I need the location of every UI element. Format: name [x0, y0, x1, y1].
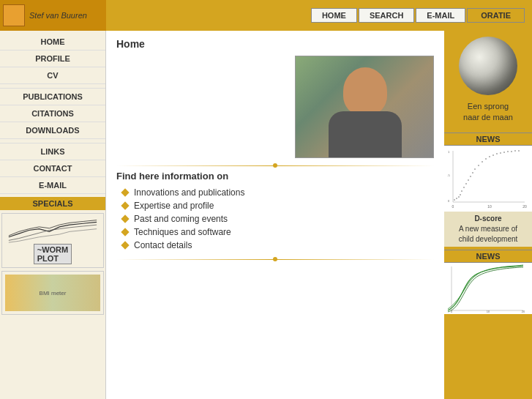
news-section-2: NEWS 0 10 20	[444, 250, 532, 314]
photo-person-head	[343, 67, 387, 115]
logo-area: Stef van Buuren	[0, 0, 106, 31]
sidebar-specials-label: SPECIALS	[0, 197, 105, 210]
svg-point-8	[463, 187, 465, 188]
bottom-divider	[116, 259, 434, 260]
find-item-5: Contact details	[134, 240, 192, 250]
dscore-svg: 0 10 20 0 .5 1	[446, 147, 528, 210]
find-list: Innovations and publications Expertise a…	[116, 187, 434, 250]
page-title: Home	[116, 38, 434, 50]
top-divider	[116, 165, 434, 166]
svg-point-21	[503, 152, 505, 153]
svg-point-10	[468, 179, 469, 181]
news-header-1: NEWS	[444, 133, 532, 146]
list-item: Contact details	[122, 240, 434, 250]
svg-point-14	[478, 165, 479, 166]
bullet-icon	[121, 215, 129, 223]
green-chart: 0 10 20	[444, 263, 532, 314]
bullet-icon	[121, 241, 129, 249]
svg-text:10: 10	[487, 310, 490, 313]
divider-dot	[273, 163, 277, 168]
svg-point-9	[465, 183, 467, 184]
top-navigation: HOME SEARCH E-MAIL ORATIE	[106, 8, 532, 23]
svg-point-7	[461, 190, 462, 192]
intro-text-area	[116, 56, 288, 158]
wormplot-chart	[5, 217, 100, 244]
sidebar-item-cv[interactable]: CV	[0, 67, 105, 84]
news-header-2: NEWS	[444, 250, 532, 263]
svg-text:20: 20	[522, 204, 527, 209]
list-item: Past and coming events	[122, 214, 434, 224]
sidebar-item-citations[interactable]: CITATIONS	[0, 105, 105, 122]
moon-text: Een sprong naar de maan	[463, 101, 513, 124]
sidebar: HOME PROFILE CV PUBLICATIONS CITATIONS D…	[0, 31, 106, 399]
find-item-4: Techniques and software	[134, 227, 231, 237]
sidebar-item-profile[interactable]: PROFILE	[0, 51, 105, 67]
svg-point-15	[482, 161, 483, 163]
svg-point-25	[518, 150, 520, 152]
wormplot-content: ~WORMPLOT	[5, 217, 100, 264]
list-item: Expertise and profile	[122, 201, 434, 211]
sidebar-item-publications[interactable]: PUBLICATIONS	[0, 89, 105, 105]
find-item-1: Innovations and publications	[134, 187, 244, 198]
news-section-1: NEWS	[444, 133, 532, 247]
svg-point-11	[470, 176, 471, 177]
svg-text:0: 0	[452, 204, 454, 209]
moon-section: Een sprong naar de maan	[444, 31, 532, 130]
find-heading: Find here information on	[116, 171, 434, 182]
svg-point-22	[507, 151, 509, 152]
top-email-button[interactable]: E-MAIL	[416, 8, 465, 23]
bmi-content: BMI meter	[5, 275, 100, 311]
moon-image	[459, 37, 517, 95]
dscore-chart: 0 10 20 0 .5 1	[444, 146, 532, 212]
bottom-divider-dot	[273, 257, 277, 261]
top-search-button[interactable]: SEARCH	[359, 8, 414, 23]
bmi-label: BMI meter	[40, 290, 67, 297]
svg-point-4	[456, 198, 457, 199]
main-layout: HOME PROFILE CV PUBLICATIONS CITATIONS D…	[0, 31, 532, 399]
svg-point-23	[511, 151, 512, 152]
svg-point-18	[492, 154, 494, 156]
sidebar-item-links[interactable]: LINKS	[0, 143, 105, 160]
wormplot-widget[interactable]: ~WORMPLOT	[1, 213, 104, 268]
wormplot-label: ~WORMPLOT	[34, 244, 72, 264]
sidebar-item-contact[interactable]: CONTACT	[0, 160, 105, 177]
svg-text:20: 20	[522, 310, 525, 313]
sidebar-item-email[interactable]: E-MAIL	[0, 177, 105, 194]
photo-person-body	[329, 111, 402, 158]
svg-point-13	[474, 168, 476, 170]
svg-point-16	[485, 158, 487, 160]
logo-image	[3, 4, 25, 26]
bullet-icon	[121, 188, 129, 196]
svg-point-12	[472, 172, 473, 174]
top-header: Stef van Buuren HOME SEARCH E-MAIL ORATI…	[0, 0, 532, 31]
bullet-icon	[121, 228, 129, 236]
top-home-button[interactable]: HOME	[311, 8, 357, 23]
svg-point-17	[489, 156, 490, 157]
main-content: Home Find here information on Innovation…	[106, 31, 444, 399]
sidebar-item-downloads[interactable]: DOWNLOADS	[0, 122, 105, 139]
dscore-description: D-score A new measure of child developme…	[444, 212, 532, 247]
find-item-2: Expertise and profile	[134, 201, 214, 211]
oratie-label: ORATIE	[467, 8, 525, 23]
bmi-widget[interactable]: BMI meter	[1, 271, 104, 315]
list-item: Techniques and software	[122, 227, 434, 237]
photo-area	[295, 56, 434, 158]
svg-point-20	[500, 152, 501, 154]
find-item-3: Past and coming events	[134, 214, 228, 224]
svg-text:10: 10	[487, 204, 492, 209]
content-with-photo	[116, 56, 434, 158]
svg-rect-0	[446, 147, 528, 210]
svg-point-19	[496, 153, 498, 154]
svg-point-24	[514, 150, 516, 152]
bullet-icon	[121, 201, 129, 209]
list-item: Innovations and publications	[122, 187, 434, 198]
profile-photo	[295, 56, 434, 158]
svg-point-3	[454, 199, 455, 201]
svg-point-5	[458, 196, 460, 198]
logo-name: Stef van Buuren	[29, 11, 87, 20]
green-chart-svg: 0 10 20	[444, 263, 526, 313]
right-panel: Een sprong naar de maan NEWS	[444, 31, 532, 399]
svg-point-6	[460, 194, 461, 195]
sidebar-item-home[interactable]: HOME	[0, 34, 105, 51]
